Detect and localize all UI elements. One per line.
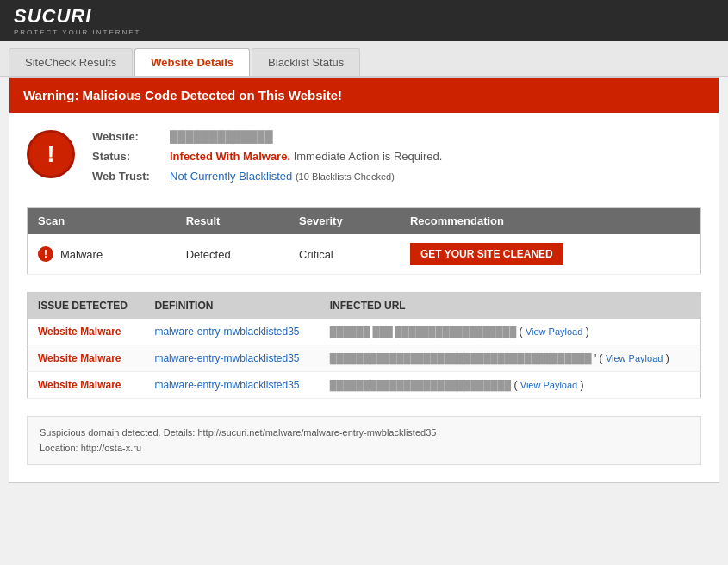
url-paren-close: ) xyxy=(586,326,589,338)
website-label: Website: xyxy=(92,130,170,143)
scan-table-header: Scan Result Severity Recommendation xyxy=(28,208,701,235)
get-site-cleaned-button[interactable]: GET YOUR SITE CLEANED xyxy=(410,243,563,265)
definition-cell: malware-entry-mwblacklisted35 xyxy=(144,319,319,345)
issue-row: Website Malware malware-entry-mwblacklis… xyxy=(28,319,701,345)
col-severity: Severity xyxy=(289,208,400,235)
site-details: Website: █████████████ Status: Infected … xyxy=(92,130,701,189)
info-line2: Location: http://osta-x.ru xyxy=(40,441,688,456)
issue-row: Website Malware malware-entry-mwblacklis… xyxy=(28,372,701,399)
infected-url-cell: ███████████████████████████ ( View Paylo… xyxy=(320,372,701,399)
infected-url-cell: ███████████████████████████████████████ … xyxy=(320,345,701,372)
url-suffix: ' xyxy=(594,352,596,364)
issue-type: Website Malware xyxy=(38,326,121,338)
warning-banner: Warning: Malicious Code Detected on This… xyxy=(9,78,719,113)
infected-url: ███████████████████████████████████████ xyxy=(330,353,592,363)
webtrust-link[interactable]: Not Currently Blacklisted xyxy=(170,170,292,183)
main-content: Warning: Malicious Code Detected on This… xyxy=(9,77,719,483)
issue-type-cell: Website Malware xyxy=(28,345,145,372)
info-line1: Suspicious domain detected. Details: htt… xyxy=(40,425,688,441)
small-alert-icon: ! xyxy=(38,246,53,262)
view-payload-link[interactable]: View Payload xyxy=(526,326,582,337)
issue-type: Website Malware xyxy=(38,352,121,364)
definition-cell: malware-entry-mwblacklisted35 xyxy=(144,372,319,399)
scan-cell: ! Malware xyxy=(28,234,176,275)
alert-icon: ! xyxy=(27,130,75,178)
tagline: PROTECT YOUR INTERNET xyxy=(14,28,141,36)
scan-table: Scan Result Severity Recommendation ! Ma… xyxy=(27,207,701,275)
site-info-section: ! Website: █████████████ Status: Infecte… xyxy=(9,113,719,207)
col-result: Result xyxy=(176,208,289,235)
webtrust-suffix: (10 Blacklists Checked) xyxy=(296,171,395,182)
definition-link[interactable]: malware-entry-mwblacklisted35 xyxy=(154,326,299,338)
issues-table-header: ISSUE DETECTED DEFINITION INFECTED URL xyxy=(28,293,701,320)
url-paren-open: ( xyxy=(600,352,606,364)
issue-type-cell: Website Malware xyxy=(28,372,145,399)
url-paren-close: ) xyxy=(666,352,669,364)
info-box: Suspicious domain detected. Details: htt… xyxy=(27,416,701,465)
view-payload-link[interactable]: View Payload xyxy=(606,353,663,363)
col-recommendation: Recommendation xyxy=(400,208,701,235)
col-issue-detected: ISSUE DETECTED xyxy=(28,293,145,320)
url-paren-open: ( xyxy=(513,379,520,391)
url-paren-open: ( xyxy=(520,326,526,338)
scan-section: Scan Result Severity Recommendation ! Ma… xyxy=(9,207,719,292)
webtrust-row: Web Trust: Not Currently Blacklisted (10… xyxy=(92,170,701,183)
result-cell: Detected xyxy=(176,234,289,275)
definition-link[interactable]: malware-entry-mwblacklisted35 xyxy=(154,352,299,364)
status-label: Status: xyxy=(92,150,170,163)
tab-website-details[interactable]: Website Details xyxy=(134,48,250,76)
col-infected-url: INFECTED URL xyxy=(320,293,701,320)
infected-url: ███████████████████████████ xyxy=(330,380,511,390)
website-row: Website: █████████████ xyxy=(92,130,701,143)
status-infected: Infected With Malware. xyxy=(170,150,290,163)
infected-url-cell: ██████ ███ ██████████████████ ( View Pay… xyxy=(320,319,701,345)
infected-url: ██████ ███ ██████████████████ xyxy=(330,326,517,337)
header: SUCURI PROTECT YOUR INTERNET xyxy=(0,0,728,41)
warning-text: Warning: Malicious Code Detected on This… xyxy=(23,88,342,102)
tab-sitecheck[interactable]: SiteCheck Results xyxy=(9,48,133,76)
severity-cell: Critical xyxy=(289,234,400,275)
col-definition: DEFINITION xyxy=(144,293,319,320)
definition-link[interactable]: malware-entry-mwblacklisted35 xyxy=(154,379,299,391)
issues-section: ISSUE DETECTED DEFINITION INFECTED URL W… xyxy=(9,292,719,416)
url-paren-close: ) xyxy=(581,379,584,391)
view-payload-link[interactable]: View Payload xyxy=(520,380,577,390)
issue-type-cell: Website Malware xyxy=(28,319,145,345)
tab-blacklist-status[interactable]: Blacklist Status xyxy=(252,48,360,76)
issue-type: Website Malware xyxy=(38,379,121,391)
table-row: ! Malware Detected Critical GET YOUR SIT… xyxy=(28,234,701,275)
issue-row: Website Malware malware-entry-mwblacklis… xyxy=(28,345,701,372)
website-value: █████████████ xyxy=(170,130,273,143)
webtrust-label: Web Trust: xyxy=(92,170,170,183)
status-row: Status: Infected With Malware. Immediate… xyxy=(92,150,701,163)
recommendation-cell: GET YOUR SITE CLEANED xyxy=(400,234,701,275)
col-scan: Scan xyxy=(28,208,176,235)
status-suffix: Immediate Action is Required. xyxy=(294,150,443,163)
issues-table: ISSUE DETECTED DEFINITION INFECTED URL W… xyxy=(27,292,701,399)
tabs-bar: SiteCheck Results Website Details Blackl… xyxy=(0,41,728,77)
scan-name: Malware xyxy=(60,248,103,261)
definition-cell: malware-entry-mwblacklisted35 xyxy=(144,345,319,372)
logo: SUCURI xyxy=(14,5,141,28)
